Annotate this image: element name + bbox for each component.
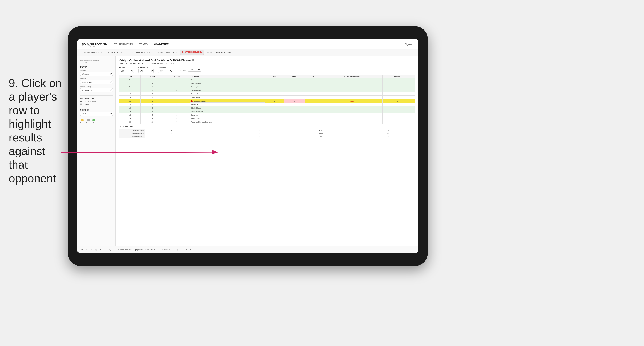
tab-player-h2h-grid[interactable]: PLAYER H2H GRID bbox=[180, 50, 204, 55]
toolbar-redo2[interactable]: ↩ bbox=[90, 248, 93, 251]
overall-record: Overall Record: 353 - 34 - 6 bbox=[119, 63, 143, 65]
radio-opponents-played[interactable]: Opponents Played bbox=[80, 101, 113, 102]
toolbar-watch[interactable]: 👁 Watch ▾ bbox=[160, 248, 171, 251]
tablet-frame: SCOREBOARD Powered by clippd TOURNAMENTS… bbox=[68, 26, 428, 266]
colour-by-title: Colour by bbox=[80, 109, 113, 111]
timestamp: Last Updated: 27/03/2024 16:55:28 bbox=[80, 59, 113, 64]
table-row[interactable]: 19106 Emily Chang bbox=[119, 117, 415, 120]
col-extra bbox=[412, 75, 415, 78]
player-section-title: Player bbox=[80, 66, 113, 68]
toolbar-save-custom[interactable]: 💾 Save Custom View bbox=[134, 248, 156, 251]
nav-tournaments[interactable]: TOURNAMENTS bbox=[114, 42, 133, 46]
radio-dot-2 bbox=[80, 103, 82, 105]
toolbar-view-original[interactable]: 🖥 View: Original bbox=[116, 248, 133, 251]
tablet-screen: SCOREBOARD Powered by clippd TOURNAMENTS… bbox=[78, 39, 418, 253]
logo-title: SCOREBOARD bbox=[82, 42, 108, 45]
toolbar-sep1 bbox=[114, 248, 114, 251]
filter-row: Region (All) Conference (All) Opponent bbox=[119, 66, 415, 73]
col-tie: Tie bbox=[305, 75, 321, 78]
division-select[interactable]: NCAA Division III bbox=[80, 80, 113, 84]
toolbar-grid2[interactable]: ⊡ bbox=[176, 248, 180, 251]
top-nav: SCOREBOARD Powered by clippd TOURNAMENTS… bbox=[78, 39, 418, 49]
gender-label: Gender bbox=[80, 70, 113, 71]
ood-row[interactable]: NAIA Division 1 15 0 0 9.267 30 bbox=[119, 132, 415, 135]
opponent-select[interactable]: (All) bbox=[158, 69, 173, 73]
nav-right: | Sign out bbox=[402, 43, 414, 46]
player-rank-select[interactable]: 8. Katelyn Vo bbox=[80, 88, 113, 92]
opponents-select[interactable]: (All) bbox=[188, 68, 201, 71]
ood-row[interactable]: Foreign Team 1 0 0 4.500 2 bbox=[119, 129, 415, 132]
tab-team-h2h-grid[interactable]: TEAM H2H GRID bbox=[105, 51, 126, 55]
col-win: Win bbox=[265, 75, 284, 78]
logo: SCOREBOARD Powered by clippd bbox=[82, 42, 108, 47]
level-dot bbox=[87, 119, 90, 121]
table-row[interactable]: 1691 Jessica Mason bbox=[119, 110, 415, 113]
up-dot bbox=[92, 119, 95, 121]
radio-dot-1 bbox=[80, 101, 82, 102]
toolbar-undo[interactable]: ↩ bbox=[80, 248, 84, 251]
colour-legend: Down Level Up bbox=[80, 119, 113, 124]
table-row[interactable]: 613 Sydney Kuo bbox=[119, 85, 415, 89]
table-row[interactable]: 20117 Federica Domecq Lacroze bbox=[119, 120, 415, 124]
ood-row[interactable]: NCAA Division 2 5 0 0 7.400 10 bbox=[119, 135, 415, 138]
bottom-toolbar: ↩ ↪ ↩ ⊞ ▸ — ◷ 🖥 View: Original 💾 Save Cu… bbox=[78, 246, 418, 253]
table-row-highlighted[interactable]: 131 ▶ Jessica Huang 0 1 0 -3.00 2 bbox=[119, 99, 415, 103]
opponent-filter: Opponent (All) bbox=[158, 66, 173, 73]
tab-team-summary[interactable]: TEAM SUMMARY bbox=[82, 51, 104, 55]
col-loss: Loss bbox=[284, 75, 305, 78]
sub-nav: TEAM SUMMARY TEAM H2H GRID TEAM H2H HEAT… bbox=[78, 49, 418, 56]
table-row[interactable]: 522 Alexis Sudjianto bbox=[119, 82, 415, 85]
col-div: # Div bbox=[119, 75, 140, 78]
table-row[interactable]: 131 Heeji Hyun bbox=[119, 96, 415, 99]
nav-teams[interactable]: TEAMS bbox=[139, 42, 148, 46]
table-row[interactable]: 31 Esther Lee bbox=[119, 78, 415, 82]
out-of-division-title: Out of division bbox=[119, 126, 415, 128]
col-diff: Diff Av Strokes/Rnd bbox=[321, 75, 383, 78]
conference-filter: Conference (All) bbox=[138, 66, 154, 73]
conference-select[interactable]: (All) bbox=[138, 69, 154, 73]
table-row[interactable]: 1822 Euna Lee bbox=[119, 113, 415, 117]
toolbar-sep3 bbox=[174, 248, 174, 251]
opponents-filter-label: Opponents: bbox=[178, 70, 187, 71]
down-dot bbox=[81, 119, 84, 121]
ood-table: Foreign Team 1 0 0 4.500 2 NAIA Division… bbox=[119, 129, 415, 138]
region-filter: Region (All) bbox=[119, 66, 134, 73]
records-row: Overall Record: 353 - 34 - 6 Division Re… bbox=[119, 63, 415, 65]
toolbar-redo1[interactable]: ↪ bbox=[85, 248, 88, 251]
gender-select[interactable]: Women's bbox=[80, 72, 113, 76]
player-rank-label: Player (Rank) bbox=[80, 86, 113, 88]
toolbar-share[interactable]: Share bbox=[185, 248, 192, 251]
colour-by-select[interactable]: Win/loss bbox=[80, 112, 113, 116]
region-select[interactable]: (All) bbox=[119, 69, 134, 73]
opponent-view-title: Opponent view bbox=[80, 97, 113, 100]
tab-player-summary[interactable]: PLAYER SUMMARY bbox=[154, 51, 179, 55]
nav-links: TOURNAMENTS TEAMS COMMITTEE bbox=[114, 42, 402, 46]
toolbar-play[interactable]: ▸ bbox=[99, 248, 102, 251]
division-label: Division bbox=[80, 78, 113, 80]
toolbar-clock[interactable]: ◷ bbox=[108, 248, 112, 251]
sign-out-link[interactable]: Sign out bbox=[405, 43, 414, 46]
main-content: Last Updated: 27/03/2024 16:55:28 Player… bbox=[78, 56, 418, 246]
col-conf: # Conf bbox=[164, 75, 190, 78]
col-rounds: Rounds bbox=[382, 75, 412, 78]
table-row[interactable]: 1474 Eunice Yi bbox=[119, 103, 415, 106]
toolbar-grid[interactable]: ⊞ bbox=[94, 248, 98, 251]
col-reg: # Reg bbox=[140, 75, 164, 78]
toolbar-copy[interactable]: ⧉ bbox=[181, 248, 184, 251]
grid-title: Katelyn Vo Head-to-Head Grid for Women's… bbox=[119, 59, 415, 62]
grid-area: Katelyn Vo Head-to-Head Grid for Women's… bbox=[116, 56, 418, 246]
h2h-table: # Div # Reg # Conf Opponent Win Loss Tie… bbox=[119, 75, 415, 124]
radio-top100[interactable]: Top 100 bbox=[80, 103, 113, 105]
tab-player-h2h-heatmap[interactable]: PLAYER H2H HEATMAP bbox=[205, 51, 234, 55]
left-panel: Last Updated: 27/03/2024 16:55:28 Player… bbox=[78, 56, 116, 246]
table-row[interactable]: 914 Sharon Mun bbox=[119, 89, 415, 92]
table-row[interactable]: 1585 Stella Cheng bbox=[119, 106, 415, 110]
logo-subtitle: Powered by clippd bbox=[82, 45, 108, 47]
col-opponent: Opponent bbox=[190, 75, 265, 78]
table-row[interactable]: 1063 Andrea York bbox=[119, 92, 415, 96]
division-record: Division Record: 331 - 34 - 6 bbox=[150, 63, 174, 65]
nav-committee[interactable]: COMMITTEE bbox=[154, 42, 168, 46]
tab-team-h2h-heatmap[interactable]: TEAM H2H HEATMAP bbox=[127, 51, 154, 55]
instruction-text: 9. Click on a player's row to highlight … bbox=[9, 76, 66, 185]
toolbar-minus[interactable]: — bbox=[104, 248, 107, 251]
